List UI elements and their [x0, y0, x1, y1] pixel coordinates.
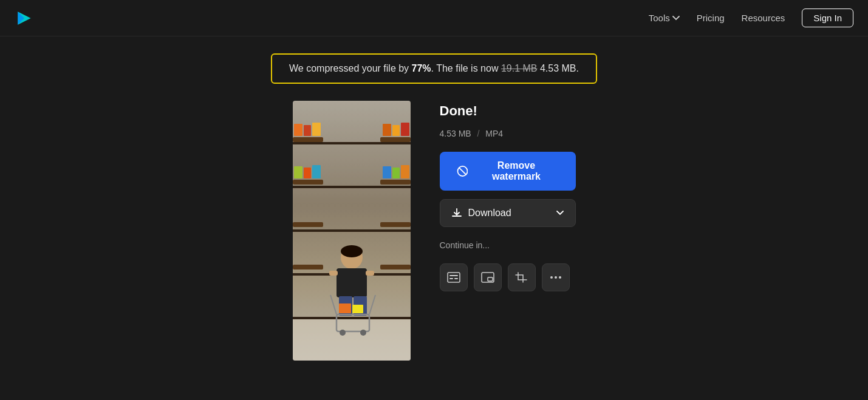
remove-watermark-button[interactable]: Remove watermark — [440, 152, 576, 191]
right-panel: Done! 4.53 MB / MP4 Remove watermark — [440, 101, 576, 291]
svg-rect-18 — [401, 123, 409, 136]
svg-rect-5 — [293, 265, 323, 269]
svg-rect-20 — [392, 168, 400, 178]
svg-rect-14 — [304, 168, 311, 178]
svg-point-47 — [559, 276, 561, 279]
svg-line-32 — [369, 295, 375, 314]
content-row: Done! 4.53 MB / MP4 Remove watermark — [293, 101, 576, 361]
compression-banner: We compressed your file by 77%. The file… — [271, 53, 597, 84]
continue-pip-button[interactable] — [474, 263, 502, 291]
svg-point-45 — [550, 276, 553, 279]
ban-icon — [457, 165, 468, 177]
chevron-down-icon — [672, 16, 680, 21]
svg-rect-27 — [366, 271, 374, 276]
compression-percent: 77% — [412, 63, 431, 73]
download-button[interactable]: Download — [440, 199, 576, 227]
svg-rect-16 — [383, 124, 391, 136]
svg-rect-13 — [294, 166, 302, 178]
more-options-icon — [550, 276, 562, 279]
nav-pricing[interactable]: Pricing — [697, 13, 725, 23]
svg-rect-15 — [312, 165, 321, 178]
svg-rect-19 — [383, 166, 391, 178]
svg-line-31 — [330, 295, 337, 314]
svg-rect-26 — [329, 271, 338, 276]
svg-rect-17 — [392, 125, 400, 136]
pip-icon — [481, 272, 494, 283]
svg-line-38 — [459, 168, 466, 175]
logo-icon — [15, 8, 34, 28]
chevron-down-icon — [556, 209, 564, 217]
svg-rect-3 — [293, 180, 323, 185]
navbar-right: Tools Pricing Resources Sign In — [649, 8, 853, 27]
svg-rect-42 — [449, 275, 458, 276]
svg-rect-12 — [312, 123, 321, 136]
svg-rect-40 — [449, 278, 453, 279]
svg-rect-2 — [293, 137, 323, 142]
file-type: MP4 — [485, 129, 503, 138]
original-size: 19.1 MB — [501, 63, 538, 73]
svg-rect-44 — [488, 277, 493, 281]
new-size: 4.53 MB — [540, 63, 576, 73]
store-scene-svg — [293, 101, 411, 361]
continue-crop-button[interactable] — [508, 263, 536, 291]
nav-tools[interactable]: Tools — [649, 13, 680, 23]
svg-rect-25 — [337, 268, 367, 297]
sign-in-button[interactable]: Sign In — [802, 8, 853, 27]
svg-rect-11 — [304, 125, 311, 136]
crop-icon — [515, 272, 528, 283]
continue-label: Continue in... — [440, 240, 576, 250]
svg-point-46 — [555, 276, 557, 279]
file-meta: 4.53 MB / MP4 — [440, 129, 576, 138]
video-preview — [293, 101, 411, 361]
continue-icons — [440, 263, 576, 291]
svg-rect-10 — [294, 124, 302, 136]
svg-rect-39 — [448, 273, 460, 282]
nav-resources[interactable]: Resources — [742, 13, 785, 23]
navbar: Tools Pricing Resources Sign In — [0, 0, 868, 36]
svg-rect-41 — [454, 278, 458, 279]
main-content: We compressed your file by 77%. The file… — [0, 36, 868, 361]
continue-more-button[interactable] — [542, 263, 570, 291]
svg-rect-8 — [380, 222, 411, 227]
done-title: Done! — [440, 103, 576, 119]
file-size: 4.53 MB — [440, 129, 471, 138]
navbar-left — [15, 8, 34, 28]
continue-subtitles-button[interactable] — [440, 263, 468, 291]
svg-rect-22 — [293, 319, 411, 361]
svg-rect-36 — [352, 305, 363, 313]
svg-rect-9 — [380, 265, 411, 269]
svg-rect-21 — [401, 165, 409, 178]
subtitles-icon — [447, 272, 460, 283]
svg-point-33 — [340, 330, 346, 336]
download-icon — [451, 208, 462, 219]
svg-rect-6 — [380, 137, 411, 142]
svg-rect-7 — [380, 180, 411, 185]
svg-point-24 — [341, 245, 363, 257]
svg-rect-35 — [339, 303, 351, 313]
svg-point-34 — [360, 330, 366, 336]
svg-rect-4 — [293, 222, 323, 227]
